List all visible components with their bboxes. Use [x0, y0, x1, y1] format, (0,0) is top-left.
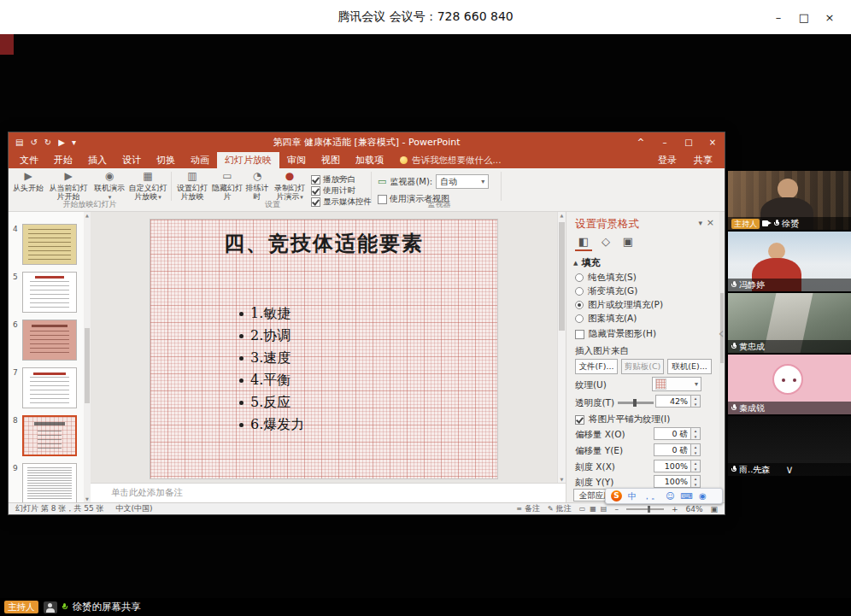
zoom-level[interactable]: 64%: [685, 505, 702, 513]
transparency-slider-thumb[interactable]: [633, 399, 637, 407]
ime-keyboard-icon[interactable]: ⌨: [680, 489, 692, 503]
scrollbar-thumb[interactable]: [85, 328, 90, 403]
scale-y-field[interactable]: 100%: [654, 475, 691, 488]
spin-down-icon[interactable]: ▾: [691, 402, 700, 408]
offset-x-spinner[interactable]: ▴▾: [691, 427, 701, 440]
scroll-up-icon[interactable]: ▲: [84, 213, 91, 218]
picture-fill-radio-selected[interactable]: 图片或纹理填充(P): [575, 299, 663, 311]
insert-from-file-button[interactable]: 文件(F)...: [575, 359, 618, 374]
slide-bullet-list[interactable]: 1.敏捷 2.协调 3.速度 4.平衡 5.反应 6.爆发力: [239, 302, 304, 436]
reading-view-icon[interactable]: ▤: [601, 505, 607, 513]
sogou-logo-icon[interactable]: S: [611, 490, 622, 502]
effects-icon[interactable]: ◇: [597, 234, 614, 249]
ime-toolbar[interactable]: S 中 ，。 ☺ ⌨ ◉: [605, 488, 723, 504]
transparency-value-field[interactable]: 42%: [655, 395, 691, 408]
language-button[interactable]: 中文(中国): [115, 503, 152, 514]
transparency-spinner[interactable]: ▴ ▾: [691, 395, 701, 408]
transparency-slider[interactable]: [618, 402, 654, 404]
bullet-item[interactable]: 6.爆发力: [239, 414, 304, 436]
ppt-minimize-icon[interactable]: –: [653, 132, 677, 152]
slide-title[interactable]: 四、竞技体适能要素: [150, 230, 497, 257]
collapse-videos-icon[interactable]: ∨: [728, 463, 851, 476]
insert-from-clipboard-button[interactable]: 剪贴板(C): [621, 359, 664, 374]
tab-transitions[interactable]: 切换: [149, 152, 183, 168]
tab-review[interactable]: 审阅: [279, 152, 314, 168]
scroll-down-icon[interactable]: ▼: [84, 496, 91, 502]
tab-insert[interactable]: 插入: [80, 152, 114, 168]
offset-x-field[interactable]: 0 磅: [654, 427, 691, 440]
ppt-close-icon[interactable]: ×: [701, 132, 725, 152]
slide-canvas[interactable]: 四、竞技体适能要素 1.敏捷 2.协调 3.速度 4.平衡 5.反应 6.爆发力: [150, 220, 497, 478]
ppt-restore-icon[interactable]: □: [677, 132, 701, 152]
slide-thumbnail-8-selected[interactable]: 8: [9, 415, 84, 458]
pane-scrollbar[interactable]: [719, 212, 725, 502]
video-panel-collapse-icon[interactable]: ‹: [714, 313, 728, 354]
zoom-slider[interactable]: [626, 508, 664, 510]
zoom-out-icon[interactable]: –: [614, 505, 619, 513]
maximize-icon[interactable]: □: [791, 11, 817, 24]
tab-addins[interactable]: 加载项: [348, 152, 391, 168]
scroll-up-icon[interactable]: ▲: [558, 213, 566, 218]
play-narrations-checkbox[interactable]: 播放旁白: [311, 174, 355, 185]
offset-y-spinner[interactable]: ▴▾: [691, 443, 701, 456]
ribbon-options-icon[interactable]: ^: [629, 132, 653, 152]
comments-toggle-button[interactable]: ✎ 批注: [548, 503, 572, 514]
pane-menu-icon[interactable]: ▾: [698, 219, 702, 227]
ime-toolbox-icon[interactable]: ◉: [699, 489, 707, 503]
sign-in-button[interactable]: 登录: [658, 154, 677, 167]
use-timings-checkbox[interactable]: 使用计时: [311, 185, 355, 197]
slide-thumbnail-5[interactable]: 5: [9, 272, 84, 314]
ime-language-mode[interactable]: 中: [628, 489, 637, 503]
spin-down-icon[interactable]: ▾: [691, 466, 700, 472]
tab-slideshow[interactable]: 幻灯片放映: [217, 152, 279, 168]
texture-dropdown[interactable]: ▾: [652, 377, 701, 391]
tile-picture-checkbox[interactable]: 将图片平铺为纹理(I): [575, 414, 670, 425]
slide-sorter-view-icon[interactable]: ▦: [590, 505, 596, 513]
fill-bucket-icon[interactable]: ◧: [575, 234, 592, 251]
video-tile-participant[interactable]: 冯静婷: [728, 232, 851, 291]
minimize-icon[interactable]: –: [766, 11, 791, 24]
video-tile-host[interactable]: 主持人 徐赟: [728, 171, 851, 230]
bullet-item[interactable]: 2.协调: [239, 325, 304, 347]
bullet-item[interactable]: 3.速度: [239, 347, 304, 369]
scroll-down-icon[interactable]: ▼: [558, 477, 566, 482]
bullet-item[interactable]: 1.敏捷: [239, 302, 304, 325]
tab-file[interactable]: 文件: [12, 152, 46, 168]
video-tile-participant[interactable]: 黄忠成: [728, 293, 851, 353]
bullet-item[interactable]: 5.反应: [239, 391, 304, 414]
scale-y-spinner[interactable]: ▴▾: [691, 475, 701, 488]
slide-thumbnail-7[interactable]: 7: [9, 367, 84, 410]
zoom-in-icon[interactable]: +: [672, 505, 678, 513]
gradient-fill-radio[interactable]: 渐变填充(G): [575, 285, 637, 297]
tab-home[interactable]: 开始: [46, 152, 80, 168]
normal-view-icon[interactable]: ▭: [579, 505, 586, 513]
pane-close-icon[interactable]: ×: [707, 217, 714, 228]
tab-animations[interactable]: 动画: [183, 152, 217, 168]
slide-thumbnail-6[interactable]: 6: [9, 320, 84, 362]
offset-y-field[interactable]: 0 磅: [654, 443, 691, 456]
bullet-item[interactable]: 4.平衡: [239, 369, 304, 391]
scale-x-spinner[interactable]: ▴▾: [691, 460, 701, 472]
ime-punctuation-mode[interactable]: ，。: [643, 489, 660, 503]
spin-down-icon[interactable]: ▾: [691, 482, 700, 488]
notes-toggle-button[interactable]: ≡ 备注: [516, 503, 540, 514]
hide-background-checkbox[interactable]: 隐藏背景图形(H): [575, 328, 656, 340]
ime-emoji-icon[interactable]: ☺: [666, 489, 674, 503]
picture-icon[interactable]: ▣: [619, 234, 637, 249]
fill-section-header[interactable]: ▲ 填充: [573, 256, 600, 269]
tab-design[interactable]: 设计: [114, 152, 149, 168]
slide-thumbnail-9[interactable]: 9: [9, 463, 84, 502]
video-tile-participant[interactable]: 秦成锐: [728, 355, 851, 414]
close-icon[interactable]: ×: [817, 11, 842, 24]
tab-view[interactable]: 视图: [314, 152, 348, 168]
zoom-slider-thumb[interactable]: [648, 506, 650, 513]
slide-thumbnail-4[interactable]: 4: [9, 224, 84, 267]
spin-down-icon[interactable]: ▾: [691, 434, 700, 440]
solid-fill-radio[interactable]: 纯色填充(S): [575, 272, 637, 284]
insert-from-online-button[interactable]: 联机(E)...: [667, 359, 712, 374]
notes-area[interactable]: 单击此处添加备注: [91, 483, 566, 502]
monitor-dropdown[interactable]: 自动 ▾: [436, 174, 489, 189]
fit-to-window-icon[interactable]: ▣: [710, 505, 718, 513]
scale-x-field[interactable]: 100%: [654, 460, 691, 472]
spin-down-icon[interactable]: ▾: [691, 450, 700, 456]
